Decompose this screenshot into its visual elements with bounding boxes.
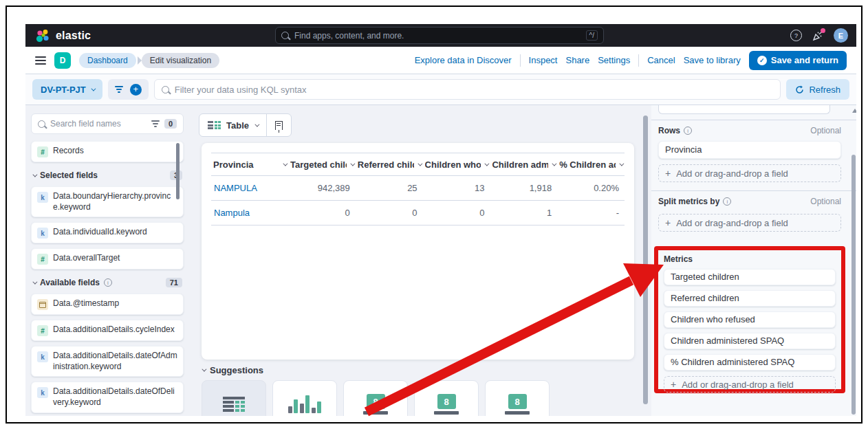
query-bar: DV-PT-PJT + Refresh <box>25 74 856 105</box>
user-avatar[interactable]: E <box>834 28 848 43</box>
layer-config-panel: Rows i Optional Provincia + Add or drag-… <box>651 105 856 416</box>
available-fields-section[interactable]: Available fields i 71 <box>32 278 182 287</box>
add-split-field-button[interactable]: + Add or drag-and-drop a field <box>658 214 841 232</box>
breadcrumb-edit-visualization: Edit visualization <box>142 53 219 68</box>
selected-fields-section[interactable]: Selected fields 3 <box>32 170 182 180</box>
plus-icon: + <box>671 379 676 390</box>
keyword-field-icon <box>37 192 48 203</box>
global-search-input[interactable] <box>294 31 581 41</box>
suggestion-tiles: 8 8 8 <box>202 380 550 416</box>
suggestion-bar-chart[interactable] <box>272 380 337 416</box>
field-item[interactable]: Data.@timestamp <box>31 294 184 315</box>
topbar-actions: ? E <box>790 24 848 47</box>
config-pill-partial[interactable] <box>658 105 830 114</box>
table-header-row: Provincia Targeted children Referred chi… <box>211 153 625 176</box>
newsfeed-icon[interactable] <box>812 30 824 42</box>
info-icon: i <box>723 197 731 206</box>
divider <box>520 54 521 67</box>
field-item[interactable]: Data.overallTarget <box>31 248 184 270</box>
chart-type-button[interactable]: Table <box>199 114 266 136</box>
rows-dimension-provincia[interactable]: Provincia <box>658 141 841 159</box>
refresh-icon <box>795 85 804 94</box>
field-item[interactable]: Data.individualId.keyword <box>31 222 184 243</box>
keyword-field-icon <box>37 387 48 398</box>
inspect-link[interactable]: Inspect <box>529 55 558 65</box>
chevron-down-icon <box>283 161 287 166</box>
add-rows-field-button[interactable]: + Add or drag-and-drop a field <box>658 164 841 182</box>
add-filter-icon[interactable]: + <box>130 84 142 96</box>
metric-children-refused[interactable]: Children who refused <box>664 311 836 328</box>
screenshot-frame: elastic ^/ ? E D Dashboard <box>6 6 862 424</box>
field-search[interactable]: 0 <box>31 113 184 134</box>
chevron-down-icon <box>417 161 422 166</box>
save-to-library-link[interactable]: Save to library <box>684 55 741 65</box>
data-view-picker[interactable]: DV-PT-PJT <box>32 79 102 100</box>
search-icon <box>281 32 289 39</box>
top-navigation-bar: elastic ^/ ? E <box>25 24 856 47</box>
breadcrumb-separator-icon <box>138 56 142 65</box>
provincia-link[interactable]: NAMPULA <box>211 183 288 193</box>
scroll-up-icon[interactable] <box>852 109 856 113</box>
visual-options-button[interactable] <box>266 114 291 136</box>
share-link[interactable]: Share <box>565 55 589 65</box>
breadcrumb: Dashboard Edit visualization <box>79 53 219 68</box>
chevron-down-icon <box>32 279 37 284</box>
field-item[interactable]: Data.boundaryHierarchy.province.keyword <box>31 186 184 217</box>
split-metrics-label: Split metrics by <box>658 197 719 206</box>
suggestion-metric-1[interactable]: 8 <box>343 380 408 416</box>
chevron-down-icon <box>254 122 259 126</box>
keyword-field-icon <box>37 228 48 239</box>
kql-search-bar[interactable] <box>154 79 781 100</box>
field-filter-icon[interactable] <box>151 120 160 127</box>
refresh-button[interactable]: Refresh <box>786 79 849 100</box>
chevron-down-icon <box>619 161 624 166</box>
chevron-down-icon <box>91 86 96 91</box>
available-fields-count: 71 <box>166 278 182 287</box>
elastic-logo[interactable]: elastic <box>35 28 91 43</box>
cancel-link[interactable]: Cancel <box>647 55 675 65</box>
chevron-down-icon <box>350 161 355 166</box>
column-header-refused[interactable]: Children who refused <box>423 160 490 170</box>
column-header-referred[interactable]: Referred children <box>356 160 423 170</box>
field-item[interactable]: Data.additionalDetails.dateOfAdministrat… <box>31 346 184 377</box>
suggestions-section[interactable]: Suggestions <box>202 365 263 375</box>
chevron-down-icon <box>32 172 37 177</box>
field-item[interactable]: Data.additionalDetails.dateOfDelivery.ke… <box>31 382 184 412</box>
field-item[interactable]: Data.additionalDetails.cycleIndex <box>31 320 184 341</box>
chart-type-switcher: Table <box>199 113 292 137</box>
suggestion-table[interactable] <box>202 380 266 416</box>
sidebar-scrollbar[interactable] <box>176 143 180 199</box>
metric-targeted-children[interactable]: Targeted children <box>664 269 836 285</box>
menu-icon[interactable] <box>35 56 46 65</box>
panel-scrollbar[interactable] <box>851 155 856 415</box>
column-header-provincia[interactable]: Provincia <box>211 160 288 170</box>
suggestion-metric-2[interactable]: 8 <box>414 380 479 416</box>
column-header-pct-administered[interactable]: % Children administered <box>557 160 625 170</box>
datatable-card: Provincia Targeted children Referred chi… <box>202 143 634 360</box>
breadcrumb-dashboard[interactable]: Dashboard <box>79 53 136 68</box>
optional-label: Optional <box>810 126 841 135</box>
help-icon[interactable]: ? <box>790 30 802 41</box>
save-and-return-button[interactable]: ✓ Save and return <box>749 51 847 70</box>
field-records[interactable]: Records <box>31 141 184 162</box>
provincia-link[interactable]: Nampula <box>211 208 288 218</box>
space-badge[interactable]: D <box>54 52 71 69</box>
column-header-administered[interactable]: Children administered <box>490 160 557 170</box>
metric-referred-children[interactable]: Referred children <box>664 290 836 307</box>
metric-children-administered[interactable]: Children administered SPAQ <box>664 333 836 349</box>
suggestion-metric-3[interactable]: 8 <box>485 380 550 416</box>
kql-input[interactable] <box>175 85 774 95</box>
field-search-input[interactable] <box>50 119 147 129</box>
global-search[interactable]: ^/ <box>275 27 604 44</box>
workspace-scrollbar[interactable] <box>643 116 648 404</box>
visualization-workspace: Table Provincia Targeted children Re <box>197 105 638 416</box>
add-metric-field-button[interactable]: + Add or drag-and-drop a field <box>664 376 836 393</box>
metric-pct-children-administered[interactable]: % Children administered SPAQ <box>664 354 836 371</box>
bar-chart-icon <box>288 395 322 413</box>
column-header-targeted[interactable]: Targeted children <box>288 160 356 170</box>
search-icon <box>162 86 169 94</box>
filter-icon[interactable] <box>115 86 123 93</box>
explore-data-link[interactable]: Explore data in Discover <box>415 55 512 65</box>
settings-link[interactable]: Settings <box>598 55 630 65</box>
metric-icon: 8 <box>505 394 530 415</box>
